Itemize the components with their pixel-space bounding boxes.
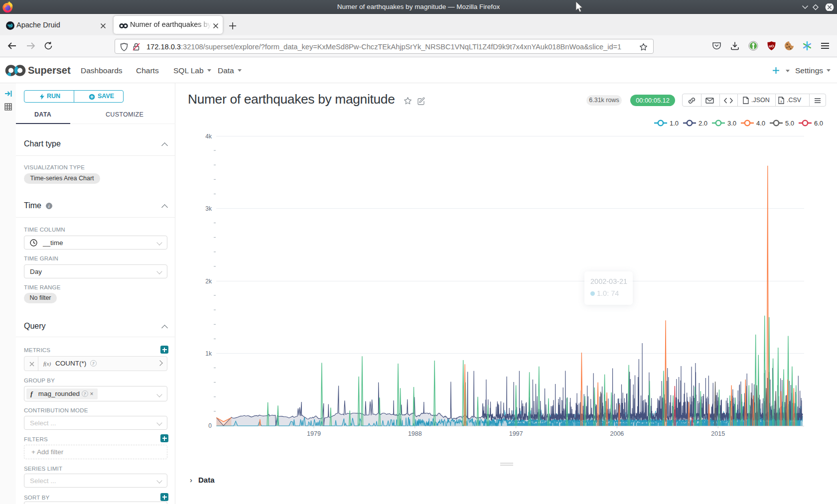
svg-text:2006: 2006	[610, 430, 624, 437]
svg-text:uO: uO	[769, 44, 774, 48]
svg-text:2.0: 2.0	[698, 120, 707, 127]
svg-text:0: 0	[208, 422, 212, 429]
svg-text:1997: 1997	[509, 430, 523, 437]
svg-text:5.0: 5.0	[785, 120, 794, 127]
svg-text:4.0: 4.0	[756, 120, 765, 127]
svg-text:2k: 2k	[205, 278, 212, 285]
svg-text:x: x	[780, 100, 782, 103]
svg-text:3k: 3k	[205, 205, 212, 212]
svg-text:4k: 4k	[205, 133, 212, 140]
svg-text:1988: 1988	[408, 430, 422, 437]
svg-text:6.0: 6.0	[814, 120, 823, 127]
svg-text:2015: 2015	[711, 430, 725, 437]
svg-text:1979: 1979	[307, 430, 321, 437]
svg-text:1k: 1k	[205, 350, 212, 357]
svg-text:1.0: 1.0	[670, 120, 679, 127]
svg-text:3.0: 3.0	[727, 120, 736, 127]
